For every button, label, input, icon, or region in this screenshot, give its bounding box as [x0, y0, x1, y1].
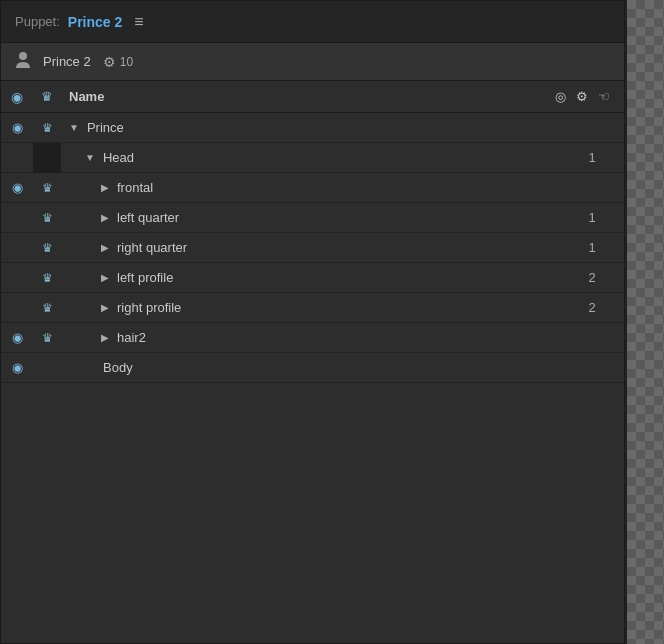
- arrow-right-icon: ▶: [101, 212, 109, 223]
- row-value-left-profile: 2: [574, 270, 624, 285]
- row-crown-right-profile: ♛: [33, 301, 61, 315]
- row-label: left quarter: [117, 210, 179, 225]
- eye-icon: ◉: [12, 330, 23, 345]
- puppet-label: Puppet:: [15, 14, 60, 29]
- arrow-down-icon: ▼: [85, 152, 95, 163]
- table-row[interactable]: ◉♛▶right quarter1: [1, 233, 624, 263]
- checker-panel: [625, 0, 664, 644]
- rows-container: ◉♛▼Prince◉▼Head1◉♛▶frontal◉♛▶left quarte…: [1, 113, 624, 643]
- row-eye-right-profile[interactable]: ◉: [1, 300, 33, 315]
- row-eye-left-profile[interactable]: ◉: [1, 270, 33, 285]
- eye-icon: ◉: [12, 210, 23, 225]
- row-value-left-quarter: 1: [574, 210, 624, 225]
- row-name-body[interactable]: Body: [61, 360, 574, 375]
- row-name-frontal[interactable]: ▶frontal: [61, 180, 574, 195]
- toolbar-settings: ⚙ 10: [103, 54, 133, 70]
- header-crown-icon: ♛: [41, 89, 53, 104]
- crown-icon: ♛: [42, 121, 53, 135]
- header: Puppet: Prince 2 ≡: [1, 1, 624, 43]
- panel: Puppet: Prince 2 ≡ Prince 2 ⚙ 10 ◉: [0, 0, 625, 644]
- row-name-left-profile[interactable]: ▶left profile: [61, 270, 574, 285]
- eye-icon: ◉: [12, 120, 23, 135]
- toolbar-puppet-name[interactable]: Prince 2: [43, 54, 91, 69]
- crown-icon: ♛: [42, 241, 53, 255]
- table-row[interactable]: ◉♛▶right profile2: [1, 293, 624, 323]
- eye-icon: ◉: [12, 270, 23, 285]
- col-eye-header: ◉: [1, 89, 33, 105]
- arrow-right-icon: ▶: [101, 242, 109, 253]
- col-name-header: Name: [61, 89, 555, 104]
- row-crown-head: [33, 143, 61, 173]
- row-value-head: 1: [574, 150, 624, 165]
- arrow-right-icon: ▶: [101, 182, 109, 193]
- row-crown-hair2: ♛: [33, 331, 61, 345]
- arrow-right-icon: ▶: [101, 302, 109, 313]
- toolbar-gear-icon[interactable]: ⚙: [103, 54, 116, 70]
- header-circle-icon[interactable]: ◎: [555, 89, 566, 104]
- row-label: right quarter: [117, 240, 187, 255]
- header-gear-icon[interactable]: ⚙: [576, 89, 588, 104]
- row-value-right-profile: 2: [574, 300, 624, 315]
- row-crown-prince: ♛: [33, 121, 61, 135]
- crown-icon: ♛: [42, 271, 53, 285]
- row-name-right-profile[interactable]: ▶right profile: [61, 300, 574, 315]
- table-row[interactable]: ◉♛▶left profile2: [1, 263, 624, 293]
- crown-icon: ♛: [42, 211, 53, 225]
- table-row[interactable]: ◉♛▶frontal: [1, 173, 624, 203]
- row-label: hair2: [117, 330, 146, 345]
- menu-icon[interactable]: ≡: [134, 13, 143, 31]
- row-eye-left-quarter[interactable]: ◉: [1, 210, 33, 225]
- table-row[interactable]: ◉♛▼Prince: [1, 113, 624, 143]
- header-eye-icon: ◉: [11, 89, 23, 105]
- row-name-prince[interactable]: ▼Prince: [61, 120, 574, 135]
- column-headers: ◉ ♛ Name ◎ ⚙ ☜: [1, 81, 624, 113]
- table-row[interactable]: ◉Body: [1, 353, 624, 383]
- row-label: Head: [103, 150, 134, 165]
- row-label: Body: [103, 360, 133, 375]
- row-crown-right-quarter: ♛: [33, 241, 61, 255]
- table-row[interactable]: ◉♛▶left quarter1: [1, 203, 624, 233]
- row-name-hair2[interactable]: ▶hair2: [61, 330, 574, 345]
- row-label: Prince: [87, 120, 124, 135]
- row-name-left-quarter[interactable]: ▶left quarter: [61, 210, 574, 225]
- eye-icon: ◉: [12, 360, 23, 375]
- row-label: left profile: [117, 270, 173, 285]
- toolbar: Prince 2 ⚙ 10: [1, 43, 624, 81]
- toolbar-settings-value: 10: [120, 55, 133, 69]
- row-eye-head[interactable]: ◉: [1, 150, 33, 165]
- crown-icon: ♛: [42, 301, 53, 315]
- row-value-right-quarter: 1: [574, 240, 624, 255]
- row-eye-body[interactable]: ◉: [1, 360, 33, 375]
- row-label: right profile: [117, 300, 181, 315]
- person-icon: [15, 51, 31, 72]
- arrow-right-icon: ▶: [101, 272, 109, 283]
- arrow-down-icon: ▼: [69, 122, 79, 133]
- row-eye-prince[interactable]: ◉: [1, 120, 33, 135]
- eye-icon: ◉: [12, 300, 23, 315]
- row-label: frontal: [117, 180, 153, 195]
- puppet-name[interactable]: Prince 2: [68, 14, 122, 30]
- arrow-right-icon: ▶: [101, 332, 109, 343]
- eye-icon: ◉: [12, 180, 23, 195]
- eye-icon: ◉: [12, 150, 23, 165]
- col-crown-header: ♛: [33, 89, 61, 104]
- row-crown-left-quarter: ♛: [33, 211, 61, 225]
- row-eye-hair2[interactable]: ◉: [1, 330, 33, 345]
- row-name-head[interactable]: ▼Head: [61, 150, 574, 165]
- row-crown-frontal: ♛: [33, 181, 61, 195]
- row-eye-frontal[interactable]: ◉: [1, 180, 33, 195]
- main-container: Puppet: Prince 2 ≡ Prince 2 ⚙ 10 ◉: [0, 0, 664, 644]
- col-action-icons: ◎ ⚙ ☜: [555, 89, 624, 104]
- eye-icon: ◉: [12, 240, 23, 255]
- header-hand-icon[interactable]: ☜: [598, 89, 610, 104]
- row-eye-right-quarter[interactable]: ◉: [1, 240, 33, 255]
- row-name-right-quarter[interactable]: ▶right quarter: [61, 240, 574, 255]
- table-row[interactable]: ◉♛▶hair2: [1, 323, 624, 353]
- svg-point-0: [19, 52, 27, 60]
- crown-icon: ♛: [42, 181, 53, 195]
- crown-icon: ♛: [42, 331, 53, 345]
- table-row[interactable]: ◉▼Head1: [1, 143, 624, 173]
- row-crown-left-profile: ♛: [33, 271, 61, 285]
